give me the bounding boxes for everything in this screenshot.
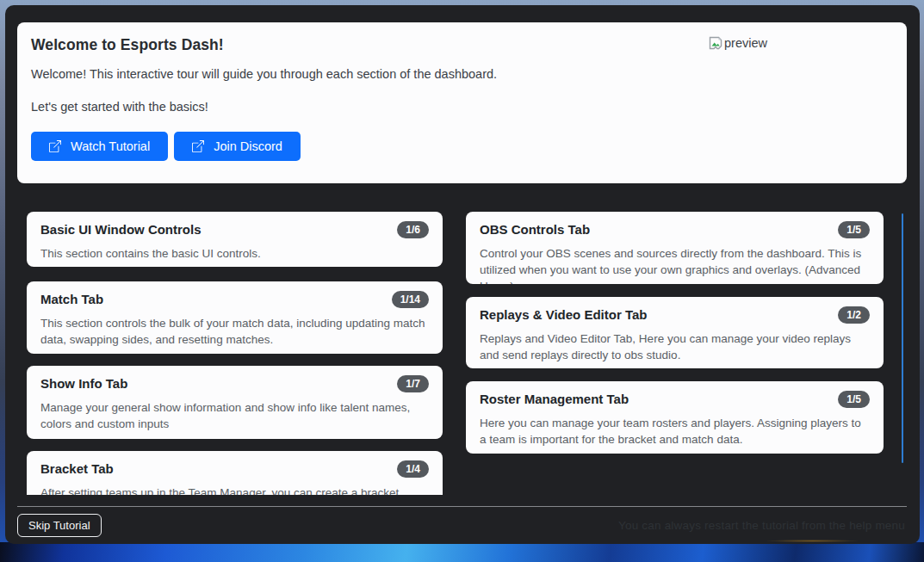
section-title: Show Info Tab	[40, 375, 127, 392]
broken-image-icon	[709, 36, 723, 50]
desktop-wallpaper	[0, 542, 924, 562]
section-title: Replays & Video Editor Tab	[480, 306, 648, 324]
preview-broken-image: preview	[709, 36, 767, 50]
watch-tutorial-label: Watch Tutorial	[71, 139, 150, 153]
background-glow	[767, 540, 858, 542]
section-card-obs-controls-tab[interactable]: OBS Controls Tab 1/5 Control your OBS sc…	[466, 212, 884, 284]
scrollbar-thumb[interactable]	[902, 213, 903, 463]
section-description: Control your OBS scenes and sources dire…	[480, 245, 870, 284]
section-title: OBS Controls Tab	[480, 221, 590, 238]
get-started-paragraph: Let's get started with the basics!	[31, 100, 893, 114]
section-card-basic-ui[interactable]: Basic UI Window Controls 1/6 This sectio…	[27, 212, 443, 267]
section-card-match-tab[interactable]: Match Tab 1/14 This section controls the…	[27, 281, 443, 354]
step-count-badge: 1/4	[397, 460, 429, 478]
welcome-card: Welcome to Esports Dash! preview Welcome…	[17, 22, 907, 183]
external-link-icon	[192, 140, 204, 152]
preview-alt-text: preview	[724, 36, 767, 50]
section-card-show-info-tab[interactable]: Show Info Tab 1/7 Manage your general sh…	[27, 366, 443, 439]
section-description: This section contains the basic UI contr…	[40, 245, 429, 262]
step-count-badge: 1/6	[397, 221, 429, 238]
tour-sections-list[interactable]: Basic UI Window Controls 1/6 This sectio…	[27, 212, 884, 495]
section-description: After setting teams up in the Team Manag…	[40, 485, 429, 495]
section-title: Match Tab	[40, 291, 103, 308]
section-description: Here you can manage your team rosters an…	[480, 415, 870, 448]
step-count-badge: 1/7	[397, 375, 429, 392]
section-description: Manage your general show information and…	[40, 399, 429, 432]
hero-button-row: Watch Tutorial Join Discord	[31, 132, 893, 161]
section-description: This section controls the bulk of your m…	[40, 315, 429, 348]
step-count-badge: 1/2	[838, 306, 870, 324]
step-count-badge: 1/14	[392, 291, 429, 308]
join-discord-button[interactable]: Join Discord	[174, 132, 301, 161]
section-title: Roster Management Tab	[480, 391, 629, 408]
watch-tutorial-button[interactable]: Watch Tutorial	[31, 132, 168, 161]
skip-tutorial-button[interactable]: Skip Tutorial	[17, 514, 102, 537]
section-title: Basic UI Window Controls	[40, 221, 202, 238]
section-card-roster-management-tab[interactable]: Roster Management Tab 1/5 Here you can m…	[466, 381, 884, 454]
section-card-replays-video-editor-tab[interactable]: Replays & Video Editor Tab 1/2 Replays a…	[466, 297, 884, 368]
footer-divider	[17, 506, 907, 507]
restart-hint-text: You can always restart the tutorial from…	[618, 519, 905, 532]
step-count-badge: 1/5	[838, 221, 870, 238]
join-discord-label: Join Discord	[214, 139, 282, 153]
welcome-paragraph: Welcome! This interactive tour will guid…	[31, 67, 893, 81]
external-link-icon	[49, 140, 61, 152]
sections-column-right: OBS Controls Tab 1/5 Control your OBS sc…	[466, 212, 884, 495]
tutorial-tour-modal: Welcome to Esports Dash! preview Welcome…	[5, 5, 920, 544]
sections-column-left: Basic UI Window Controls 1/6 This sectio…	[27, 212, 443, 495]
section-title: Bracket Tab	[40, 460, 114, 478]
step-count-badge: 1/5	[838, 391, 870, 408]
section-card-bracket-tab[interactable]: Bracket Tab 1/4 After setting teams up i…	[27, 451, 443, 495]
section-description: Replays and Video Editor Tab, Here you c…	[480, 330, 870, 363]
